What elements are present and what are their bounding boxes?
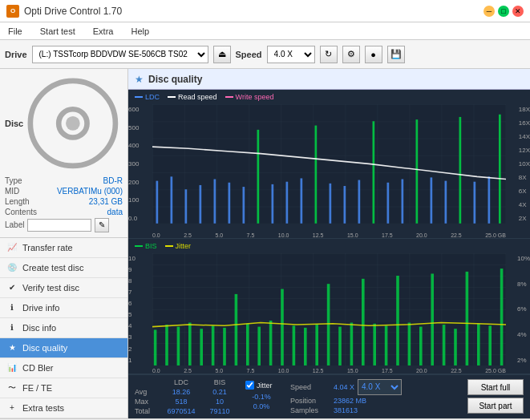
start-part-button[interactable]: Start part (467, 398, 524, 414)
svg-rect-23 (416, 119, 419, 224)
close-button[interactable]: ✕ (512, 6, 524, 17)
svg-rect-55 (419, 326, 423, 365)
y2-1: 1 (128, 357, 136, 364)
label-input[interactable] (27, 219, 91, 232)
y2r-4pct: 4% (517, 331, 530, 338)
svg-rect-25 (445, 181, 447, 224)
extra-tests-label: Extra tests (22, 403, 64, 413)
svg-rect-34 (177, 326, 180, 365)
svg-rect-19 (358, 180, 361, 224)
y2-9: 9 (128, 266, 136, 273)
burn-button[interactable]: ● (365, 46, 382, 63)
total-label: Total (135, 407, 159, 415)
chart1-container: LDC Read speed Write speed (128, 90, 530, 239)
svg-point-2 (66, 116, 80, 131)
y1r-18x: 18X (519, 106, 530, 113)
svg-rect-17 (330, 184, 332, 224)
start-full-button[interactable]: Start full (467, 379, 524, 395)
menu-start-test[interactable]: Start test (35, 25, 80, 38)
eject-button[interactable]: ⏏ (213, 46, 231, 63)
y1r-10x: 10X (519, 160, 530, 168)
sidebar-item-transfer-rate[interactable]: 📈 Transfer rate (0, 238, 127, 258)
avg-ldc: 18.26 (160, 388, 202, 396)
x2-200: 20.0 (416, 368, 427, 374)
y2-2: 2 (128, 345, 136, 353)
menu-help[interactable]: Help (126, 25, 154, 38)
main-panel: ★ Disc quality LDC Read speed (128, 69, 530, 418)
max-label: Max (135, 398, 159, 406)
y2r-2pct: 2% (517, 357, 530, 364)
y2-8: 8 (128, 277, 136, 285)
speed-label: Speed (236, 50, 262, 59)
svg-rect-37 (212, 325, 215, 365)
sidebar-item-disc-info[interactable]: ℹ Disc info (0, 318, 127, 338)
svg-rect-40 (246, 324, 249, 365)
speed-stat-select[interactable]: 4.0 X 1.0 X 2.0 X (358, 379, 402, 395)
drive-select[interactable]: (L:) TSSTcorp BDDVDW SE-506CB TS02 (32, 46, 208, 63)
max-ldc: 518 (160, 398, 202, 406)
speed-select[interactable]: 4.0 X 1.0 X 2.0 X 8.0 X (267, 46, 315, 63)
svg-rect-49 (350, 322, 354, 365)
svg-rect-62 (500, 269, 504, 365)
disc-icon (23, 74, 123, 173)
sidebar-item-cd-bler[interactable]: 📊 CD Bler (0, 358, 127, 378)
sidebar: Disc Type BD-R MID VERBATIMu (000) Lengt… (0, 69, 128, 418)
x1-50: 5.0 (215, 232, 223, 238)
svg-rect-6 (171, 176, 173, 223)
position-stat-label: Position (290, 397, 330, 405)
save-button[interactable]: 💾 (387, 46, 405, 63)
length-value: 23,31 GB (89, 197, 123, 206)
y2-5: 5 (128, 311, 136, 318)
bis-legend: BIS (145, 242, 157, 250)
menu-extra[interactable]: Extra (88, 25, 119, 38)
chart2-svg (152, 253, 506, 365)
create-test-icon: 💿 (6, 262, 18, 273)
y1r-2x: 2X (519, 215, 530, 222)
contents-value: data (107, 208, 123, 216)
type-value: BD-R (103, 176, 123, 185)
cd-bler-label: CD Bler (22, 363, 54, 373)
x2-0: 0.0 (152, 368, 160, 374)
settings-button[interactable]: ⚙ (342, 46, 360, 63)
sidebar-item-drive-info[interactable]: ℹ Drive info (0, 298, 127, 318)
speed-pos-section: Speed 4.04 X 4.0 X 1.0 X 2.0 X Position … (290, 379, 402, 414)
x1-200: 20.0 (416, 232, 427, 238)
minimize-button[interactable]: ─ (483, 6, 495, 17)
y2-3: 3 (128, 333, 136, 341)
y1-400: 400 (128, 142, 139, 149)
x2-175: 17.5 (382, 368, 393, 374)
x2-225: 22.5 (451, 368, 462, 374)
svg-rect-29 (499, 115, 501, 224)
disc-section: Disc Type BD-R MID VERBATIMu (000) Lengt… (0, 69, 127, 238)
x2-150: 15.0 (347, 368, 358, 374)
panel-title: Disc quality (148, 74, 202, 85)
maximize-button[interactable]: □ (498, 6, 509, 17)
x2-125: 12.5 (313, 368, 324, 374)
svg-rect-14 (286, 182, 289, 224)
sidebar-item-disc-quality[interactable]: ★ Disc quality (0, 338, 127, 358)
transfer-rate-label: Transfer rate (22, 243, 73, 252)
label-button[interactable]: ✎ (95, 218, 109, 232)
y2r-8pct: 8% (517, 281, 530, 288)
sidebar-item-create-test-disc[interactable]: 💿 Create test disc (0, 258, 127, 278)
x1-0: 0.0 (152, 232, 160, 238)
svg-rect-60 (477, 324, 480, 365)
refresh-button[interactable]: ↻ (320, 46, 338, 63)
y1-200: 200 (128, 179, 139, 186)
ldc-legend: LDC (145, 93, 160, 101)
panel-header: ★ Disc quality (128, 69, 530, 90)
jitter-checkbox[interactable] (245, 381, 254, 390)
svg-rect-12 (257, 130, 260, 224)
mid-label: MID (5, 187, 19, 196)
label-label: Label (5, 220, 24, 229)
sidebar-item-fe-te[interactable]: 〜 FE / TE (0, 378, 127, 398)
svg-rect-7 (185, 189, 188, 224)
svg-rect-15 (301, 178, 303, 223)
menu-file[interactable]: File (3, 25, 27, 38)
sidebar-item-extra-tests[interactable]: + Extra tests (0, 398, 127, 418)
sidebar-item-verify-test-disc[interactable]: ✔ Verify test disc (0, 278, 127, 298)
charts-area: LDC Read speed Write speed (128, 90, 530, 418)
disc-info-label: Disc info (22, 323, 56, 333)
extra-tests-icon: + (6, 402, 18, 414)
svg-rect-42 (269, 321, 273, 365)
